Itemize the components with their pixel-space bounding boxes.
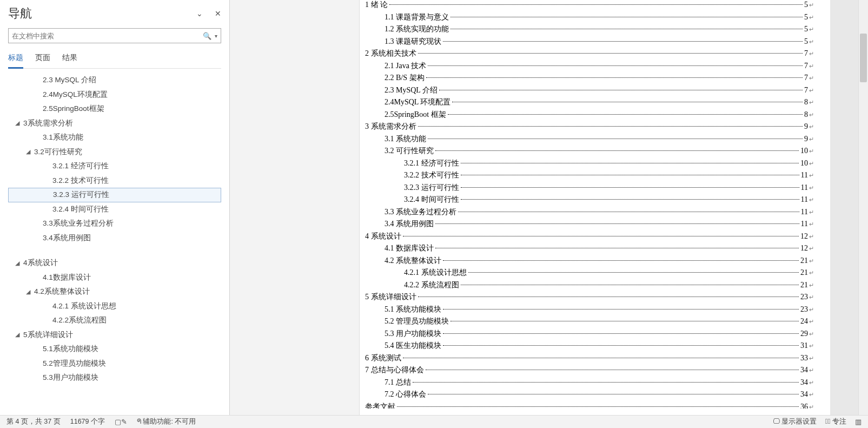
tree-item[interactable]: 2.4MySQL环境配置 bbox=[8, 88, 221, 102]
toc-entry[interactable]: 7.1 总结34↵ bbox=[365, 378, 814, 390]
toc-entry[interactable]: 4.1 数据库设计12↵ bbox=[365, 243, 814, 256]
paragraph-mark-icon: ↵ bbox=[809, 136, 814, 143]
tree-item[interactable]: 5.3用户功能模块 bbox=[8, 371, 221, 385]
tree-item[interactable]: 4.2.2系统流程图 bbox=[8, 313, 221, 328]
tree-item[interactable]: 5.1系统功能模块 bbox=[8, 342, 221, 357]
toc-page-number: 34 bbox=[800, 378, 808, 387]
tree-item-label: 4.2系统整体设计 bbox=[34, 287, 90, 297]
search-input[interactable] bbox=[12, 32, 203, 40]
toc-entry[interactable]: 3 系统需求分析9↵ bbox=[365, 122, 814, 134]
proofing-icon[interactable]: ▢✎ bbox=[115, 418, 127, 426]
toc-entry[interactable]: 5.2 管理员功能模块24↵ bbox=[365, 317, 814, 329]
tree-item[interactable]: 5.2管理员功能模块 bbox=[8, 357, 221, 371]
toc-entry[interactable]: 2.1 Java 技术7↵ bbox=[365, 61, 814, 74]
toc-page-number: 11 bbox=[801, 183, 808, 192]
toc-entry[interactable]: 4.2.2 系统流程图21↵ bbox=[365, 280, 814, 293]
toc-title: 3.2.1 经济可行性 bbox=[404, 159, 459, 168]
expand-icon[interactable]: ◢ bbox=[14, 331, 21, 338]
toc-entry[interactable]: 5.3 用户功能模块29↵ bbox=[365, 329, 814, 341]
toc-entry[interactable]: 2.4MySQL 环境配置8↵ bbox=[365, 97, 814, 110]
toc-page-number: 12 bbox=[800, 232, 808, 241]
toc-entry[interactable]: 2.3 MySQL 介绍7↵ bbox=[365, 85, 814, 98]
tree-item-label: 5.1系统功能模块 bbox=[43, 344, 98, 354]
focus-mode[interactable]: �⃞ 专注 bbox=[825, 417, 846, 426]
toc-entry[interactable]: 4.2.1 系统设计思想21↵ bbox=[365, 268, 814, 280]
toc-title: 2.5SpringBoot 框架 bbox=[385, 110, 446, 120]
toc-entry[interactable]: 3.2.1 经济可行性10↵ bbox=[365, 159, 814, 171]
toc-entry[interactable]: 3.3 系统业务过程分析11↵ bbox=[365, 207, 814, 220]
toc-entry[interactable]: 1.3 课题研究现状5↵ bbox=[365, 37, 814, 49]
toc-entry[interactable]: 3.4 系统用例图11↵ bbox=[365, 219, 814, 232]
toc-entry[interactable]: 3.2.2 技术可行性11↵ bbox=[365, 170, 814, 183]
tab-headings[interactable]: 标题 bbox=[8, 51, 23, 69]
toc-entry[interactable]: 3.2.4 时间可行性11↵ bbox=[365, 195, 814, 207]
toc-entry[interactable]: 2.5SpringBoot 框架8↵ bbox=[365, 110, 814, 122]
toc-entry[interactable]: 3.2.3 运行可行性11↵ bbox=[365, 183, 814, 195]
tree-item[interactable]: ◢3.2可行性研究 bbox=[8, 145, 221, 160]
toc-entry[interactable]: 4 系统设计12↵ bbox=[365, 232, 814, 244]
toc-entry[interactable]: 1 绪 论5↵ bbox=[365, 0, 814, 12]
accessibility-status[interactable]: ᖗ 辅助功能: 不可用 bbox=[137, 417, 196, 426]
toc-page-number: 34 bbox=[800, 366, 808, 374]
toc-entry[interactable]: 7 总结与心得体会34↵ bbox=[365, 365, 814, 378]
toc-entry[interactable]: 5 系统详细设计23↵ bbox=[365, 292, 814, 305]
tree-item[interactable]: 4.2.1 系统设计思想 bbox=[8, 299, 221, 314]
paragraph-mark-icon: ↵ bbox=[809, 306, 814, 313]
expand-icon[interactable]: ◢ bbox=[14, 260, 21, 267]
toc-title: 4.2 系统整体设计 bbox=[385, 256, 441, 266]
paragraph-mark-icon: ↵ bbox=[809, 172, 814, 179]
tree-item[interactable]: 3.2.4 时间可行性 bbox=[8, 202, 221, 217]
search-box[interactable]: 🔍 ▾ bbox=[8, 28, 221, 43]
nav-title: 导航 bbox=[8, 5, 32, 22]
display-settings[interactable]: 🖵 显示器设置 bbox=[773, 417, 817, 426]
toc-entry[interactable]: 5.1 系统功能模块23↵ bbox=[365, 305, 814, 317]
word-count[interactable]: 11679 个字 bbox=[70, 417, 105, 426]
tab-results[interactable]: 结果 bbox=[62, 51, 77, 68]
collapse-icon[interactable]: ⌄ bbox=[196, 9, 203, 18]
toc-entry[interactable]: 1.2 系统实现的功能5↵ bbox=[365, 24, 814, 37]
tree-item[interactable]: 3.4系统用例图 bbox=[8, 231, 221, 246]
tab-pages[interactable]: 页面 bbox=[35, 51, 50, 68]
tree-item[interactable]: ◢4.2系统整体设计 bbox=[8, 285, 221, 299]
toc-entry[interactable]: 6 系统测试33↵ bbox=[365, 353, 814, 366]
toc-entry[interactable]: 4.2 系统整体设计21↵ bbox=[365, 256, 814, 268]
toc-entry[interactable]: 1.1 课题背景与意义5↵ bbox=[365, 12, 814, 25]
search-dropdown-icon[interactable]: ▾ bbox=[215, 33, 217, 39]
toc-entry[interactable]: 7.2 心得体会34↵ bbox=[365, 390, 814, 402]
document-scroll-thumb[interactable] bbox=[860, 34, 867, 82]
tree-item[interactable]: 4.1数据库设计 bbox=[8, 271, 221, 285]
toc-entry[interactable]: 5.4 医生功能模块31↵ bbox=[365, 341, 814, 353]
toc-entry[interactable]: 3.2 可行性研究10↵ bbox=[365, 146, 814, 159]
toc-title: 6 系统测试 bbox=[365, 353, 401, 363]
toc-leader bbox=[450, 29, 803, 29]
tree-item[interactable]: 2.3 MySQL 介绍 bbox=[8, 73, 221, 88]
toc-entry[interactable]: 参考文献36↵ bbox=[365, 402, 814, 409]
paragraph-mark-icon: ↵ bbox=[809, 367, 814, 374]
tree-item[interactable]: 3.2.2 技术可行性 bbox=[8, 174, 221, 188]
toc-page-number: 34 bbox=[800, 390, 808, 399]
document-scrollbar[interactable] bbox=[858, 0, 868, 415]
close-icon[interactable]: ✕ bbox=[215, 9, 221, 18]
toc-entry[interactable]: 2.2 B/S 架构7↵ bbox=[365, 73, 814, 85]
tree-item[interactable]: ◢4系统设计 bbox=[8, 256, 221, 271]
toc-leader bbox=[418, 297, 799, 297]
tree-item[interactable]: 3.2.3 运行可行性 bbox=[8, 188, 221, 202]
page-info[interactable]: 第 4 页，共 37 页 bbox=[6, 417, 61, 426]
expand-icon[interactable]: ◢ bbox=[14, 120, 21, 127]
toc-entry[interactable]: 3.1 系统功能9↵ bbox=[365, 134, 814, 147]
tree-item[interactable]: 3.3系统业务过程分析 bbox=[8, 216, 221, 231]
expand-icon[interactable]: ◢ bbox=[24, 148, 32, 155]
tree-item[interactable]: ◢3系统需求分析 bbox=[8, 116, 221, 131]
toc-leader bbox=[439, 90, 803, 90]
toc-page-number: 5 bbox=[804, 1, 808, 9]
search-icon[interactable]: 🔍 bbox=[203, 32, 211, 40]
toc-entry[interactable]: 2 系统相关技术7↵ bbox=[365, 49, 814, 61]
toc-leader bbox=[389, 4, 803, 5]
tree-item[interactable]: 2.5SpringBoot框架 bbox=[8, 102, 221, 116]
tree-item[interactable]: 3.2.1 经济可行性 bbox=[8, 159, 221, 174]
read-mode-icon[interactable]: ▥ bbox=[855, 418, 862, 426]
tree-item[interactable]: ◢5系统详细设计 bbox=[8, 328, 221, 343]
tree-item[interactable]: 3.1系统功能 bbox=[8, 130, 221, 145]
expand-icon[interactable]: ◢ bbox=[24, 288, 32, 295]
toc-page-number: 5 bbox=[804, 25, 808, 34]
